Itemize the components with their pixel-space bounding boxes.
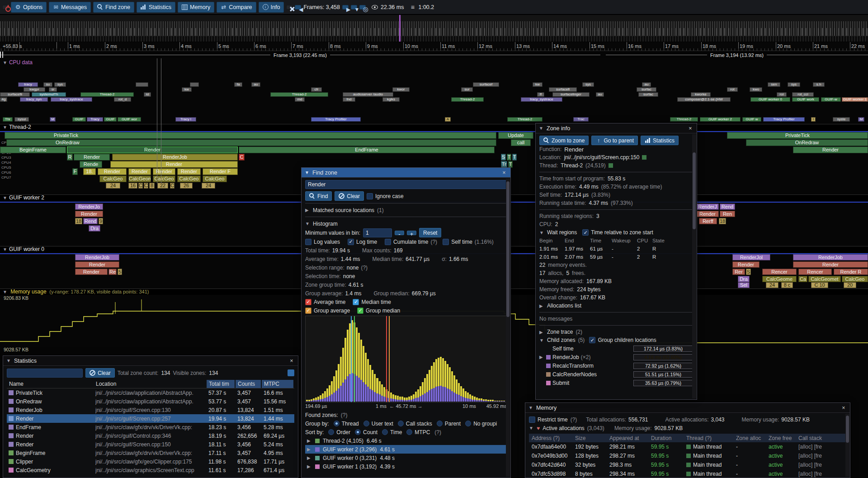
group-by-radio[interactable]: No groupi xyxy=(465,421,497,427)
thread-value[interactable]: Thread-2 xyxy=(561,162,583,169)
allocation-row[interactable]: 0x7dfc53d898 8 bytes 298.34 ms 59.95 s M… xyxy=(529,469,846,478)
clear-filter-button[interactable]: Clear xyxy=(85,368,115,378)
allocations-list-toggle[interactable]: ▶Allocations list xyxy=(539,302,693,310)
tools-button[interactable] xyxy=(286,5,292,9)
collapse-icon[interactable]: ▼ xyxy=(539,338,544,343)
histogram-option-checkbox[interactable]: Log values xyxy=(305,239,342,245)
group-by-radio[interactable]: Call stacks xyxy=(398,421,432,427)
toolbar-button[interactable]: Compare xyxy=(217,2,256,13)
scrollbar-thumb[interactable] xyxy=(506,181,509,317)
zoom-to-zone-button[interactable]: Zoom to zone xyxy=(539,136,589,145)
call-stack-links[interactable]: [alloc] [fre xyxy=(798,462,846,468)
restrict-time-checkbox[interactable]: Restrict time xyxy=(529,416,568,423)
clear-button[interactable]: Clear xyxy=(335,191,364,201)
histogram-option-checkbox[interactable]: Log time xyxy=(348,239,379,245)
frame-1-label[interactable]: Frame 3,193 (22.45 ms) xyxy=(274,52,327,58)
zone-group-row[interactable]: ▶ Thread-2 (4,105) 6.46 s xyxy=(305,436,507,445)
close-icon[interactable]: × xyxy=(501,170,507,176)
statistics-table-header[interactable]: Name Location Total tim Counts MTPC xyxy=(7,379,294,388)
help-hint[interactable]: (?) xyxy=(434,429,441,435)
frame-label-row[interactable]: Frame 3,193 (22.45 ms) Frame 3,194 (13.9… xyxy=(0,52,868,58)
legend-checkbox[interactable]: Group average xyxy=(305,308,350,314)
toolbar-button[interactable]: Options xyxy=(11,2,47,13)
legend-checkbox[interactable]: Median time xyxy=(353,299,391,305)
collapse-icon[interactable]: ▼ xyxy=(3,125,7,130)
next-frame-button[interactable] xyxy=(342,5,349,9)
increment-button[interactable]: + xyxy=(407,231,416,235)
expand-icon[interactable]: ▶ xyxy=(305,208,310,213)
wait-region-row[interactable]: 2.01 ms2.07 ms59 µs-2R xyxy=(539,253,693,261)
collapse-icon[interactable]: ▼ xyxy=(3,60,7,65)
child-zone-row[interactable]: CalcRenderNodes 51.51 µs (1.15%) xyxy=(539,370,693,379)
statistics-button[interactable]: Statistics xyxy=(641,136,679,145)
scrollbar-thumb[interactable] xyxy=(846,416,849,443)
min-bin-input[interactable] xyxy=(363,228,392,237)
filter-settings-icon[interactable] xyxy=(288,369,294,376)
col-total-time[interactable]: Total tim xyxy=(207,380,235,388)
col-location[interactable]: Location xyxy=(94,381,207,387)
table-row[interactable]: Render jni/../jni/src/guif/Screen.cpp:15… xyxy=(7,440,294,449)
histogram-option-checkbox[interactable]: Self time(1.16%) xyxy=(443,239,494,245)
help-hint[interactable]: (?) xyxy=(571,416,577,423)
time-ruler[interactable]: +55.83 s 1 ms 2 ms 3 ms 4 ms 5 ms 6 ms 7… xyxy=(0,42,868,51)
expand-icon[interactable]: ▶ xyxy=(307,438,312,443)
col-counts[interactable]: Counts xyxy=(236,380,261,388)
call-stack-links[interactable]: [alloc] [fre xyxy=(798,444,846,450)
memory-titlebar[interactable]: ▼ Memory × xyxy=(525,403,850,413)
collapse-icon[interactable]: ▼ xyxy=(528,405,533,410)
col-name[interactable]: Name xyxy=(7,381,94,387)
search-input[interactable] xyxy=(305,180,507,189)
allocation-row[interactable]: 0x7dfc42d640 32 bytes 298.3 ms 59.95 s M… xyxy=(529,460,846,469)
toolbar-button[interactable]: Messages xyxy=(49,2,91,13)
zone-group-row[interactable]: ▶ GUIF worker 0 (3,231) 4.48 s xyxy=(305,454,507,462)
child-zone-row[interactable]: ▶ RenderJob (×2) 4.16 ms (92.60%) xyxy=(539,353,693,361)
sort-by-radio[interactable]: MTPC xyxy=(406,429,430,435)
active-allocations-toggle[interactable]: ▼ ♥ Active allocations (3,043) Memory us… xyxy=(529,424,846,432)
wait-regions-toggle[interactable]: ▼ Wait regions Time relative to zone sta… xyxy=(539,228,693,237)
table-row[interactable]: RenderJob jni/../jni/src/guif/Screen.cpp… xyxy=(7,406,294,414)
table-row[interactable]: BeginFrame jni/../jni/src/claw/gfx/drv/v… xyxy=(7,449,294,457)
call-stack-links[interactable]: [alloc] [fre xyxy=(798,453,846,459)
help-hint[interactable]: (?) xyxy=(341,412,348,418)
zone-group-row[interactable]: ▶ GUIF worker 1 (3,192) 4.39 s xyxy=(305,462,507,471)
find-zone-titlebar[interactable]: ▼ Find zone × xyxy=(302,168,510,178)
ignore-case-checkbox[interactable]: Ignore case xyxy=(367,193,404,199)
power-button[interactable] xyxy=(2,5,9,9)
matched-locations-toggle[interactable]: ▶ Matched source locations (1) xyxy=(305,206,507,214)
close-icon[interactable]: × xyxy=(840,405,847,411)
group-children-checkbox[interactable]: Group children locations xyxy=(589,337,656,343)
collapse-icon[interactable]: ▼ xyxy=(305,170,310,175)
prev-frame-button[interactable] xyxy=(295,5,301,9)
legend-checkbox[interactable]: Average time xyxy=(305,299,345,305)
scrollbar[interactable] xyxy=(692,134,696,398)
toolbar-button[interactable]: Statistics xyxy=(137,2,175,13)
call-stack-links[interactable]: [alloc] [fre xyxy=(798,471,846,477)
close-icon[interactable]: × xyxy=(288,358,295,364)
collapse-icon[interactable]: ▼ xyxy=(3,195,7,200)
group-by-radio[interactable]: Thread xyxy=(334,421,359,427)
statistics-titlebar[interactable]: ▼ Statistics × xyxy=(3,356,298,366)
expand-icon[interactable]: ▶ xyxy=(307,447,312,452)
collapse-icon[interactable]: ▼ xyxy=(539,230,544,235)
toolbar-button[interactable]: Find zone xyxy=(93,2,134,13)
allocation-row[interactable]: 0x7dfaa64e00 192 bytes 298.21 ms 59.95 s… xyxy=(529,442,846,451)
sort-by-radio[interactable]: Order xyxy=(328,429,350,435)
child-zone-row[interactable]: RecalcTransform 72.92 µs (1.62%) xyxy=(539,361,693,370)
child-zone-row[interactable]: Submit 35.63 µs (0.79%) xyxy=(539,379,693,387)
frame-marker[interactable] xyxy=(399,15,401,42)
close-icon[interactable]: × xyxy=(687,125,693,132)
go-to-parent-button[interactable]: Go to parent xyxy=(591,136,638,145)
decrement-button[interactable]: - xyxy=(395,231,404,235)
toolbar-button[interactable]: Memory xyxy=(178,2,214,13)
scrollbar[interactable] xyxy=(845,414,849,477)
table-row[interactable]: Clipper jni/../jni/src/claw/gfx/geo/Clip… xyxy=(7,457,294,466)
histogram-toggle[interactable]: ▼ Histogram xyxy=(305,219,507,228)
reset-button[interactable]: Reset xyxy=(419,228,441,237)
collapse-icon[interactable]: ▼ xyxy=(6,358,11,363)
frame-down-button[interactable] xyxy=(351,5,357,9)
collapse-icon[interactable]: ▼ xyxy=(305,221,310,226)
table-row[interactable]: Render jni/../jni/src/guif/Screen.cpp:25… xyxy=(7,414,294,423)
memory-table-header[interactable]: Address (?) Size Appeared at Duration Th… xyxy=(529,434,846,442)
allocation-row[interactable]: 0x7e049b3d00 128 bytes 298.27 ms 59.95 s… xyxy=(529,451,846,460)
expand-icon[interactable]: ▶ xyxy=(307,464,312,469)
